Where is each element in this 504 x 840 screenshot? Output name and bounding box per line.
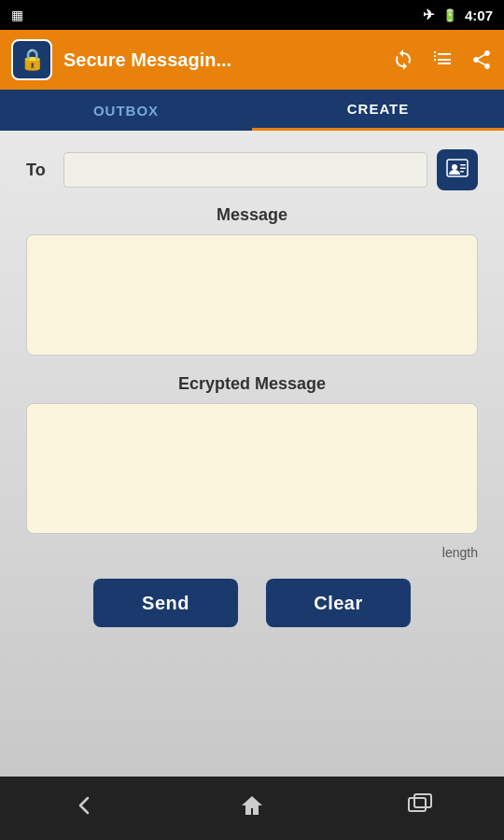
share-icon[interactable]: [470, 49, 493, 71]
encrypted-section: Ecrypted Message: [26, 374, 478, 538]
app-title: Secure Messagin...: [63, 49, 381, 71]
send-button[interactable]: Send: [93, 579, 238, 627]
bottom-nav: [0, 777, 504, 840]
svg-rect-4: [460, 171, 464, 173]
app-bar-actions: [392, 49, 493, 71]
buttons-row: Send Clear: [26, 579, 478, 627]
contact-picker-button[interactable]: [437, 149, 478, 190]
filter-icon[interactable]: [431, 49, 454, 71]
app-icon: 🔒: [11, 39, 52, 80]
message-section: Message: [26, 205, 478, 359]
message-label: Message: [26, 205, 478, 225]
svg-rect-2: [460, 164, 466, 166]
refresh-icon[interactable]: [392, 49, 414, 71]
message-input[interactable]: [26, 234, 478, 356]
main-content: To Message Ecrypted Message: [0, 131, 504, 777]
back-button[interactable]: [69, 791, 99, 827]
contact-icon: [445, 158, 469, 183]
airplane-icon: ✈: [423, 7, 435, 23]
length-label: length: [442, 545, 478, 560]
svg-point-1: [452, 164, 457, 170]
clear-button[interactable]: Clear: [266, 579, 411, 627]
encrypted-label: Ecrypted Message: [26, 374, 478, 394]
encrypted-input[interactable]: [26, 403, 478, 534]
app-bar: 🔒 Secure Messagin...: [0, 30, 504, 90]
home-button[interactable]: [237, 791, 267, 827]
battery-icon: 🔋: [442, 8, 457, 22]
clock: 4:07: [465, 7, 493, 23]
status-left-icons: ▦: [11, 7, 23, 22]
to-label: To: [26, 161, 54, 180]
status-right-icons: ✈ 🔋 4:07: [423, 7, 493, 23]
recent-apps-button[interactable]: [405, 791, 435, 827]
svg-rect-3: [460, 167, 466, 169]
tab-create[interactable]: CREATE: [252, 90, 504, 131]
lock-icon: 🔒: [20, 48, 45, 72]
tab-outbox[interactable]: OUTBOX: [0, 90, 252, 131]
status-bar: ▦ ✈ 🔋 4:07: [0, 0, 504, 30]
length-row: length: [26, 545, 478, 560]
to-row: To: [26, 149, 478, 190]
svg-rect-6: [414, 794, 431, 807]
svg-rect-5: [409, 798, 426, 811]
grid-icon: ▦: [11, 7, 23, 22]
to-input[interactable]: [63, 152, 427, 188]
tab-bar: OUTBOX CREATE: [0, 90, 504, 131]
